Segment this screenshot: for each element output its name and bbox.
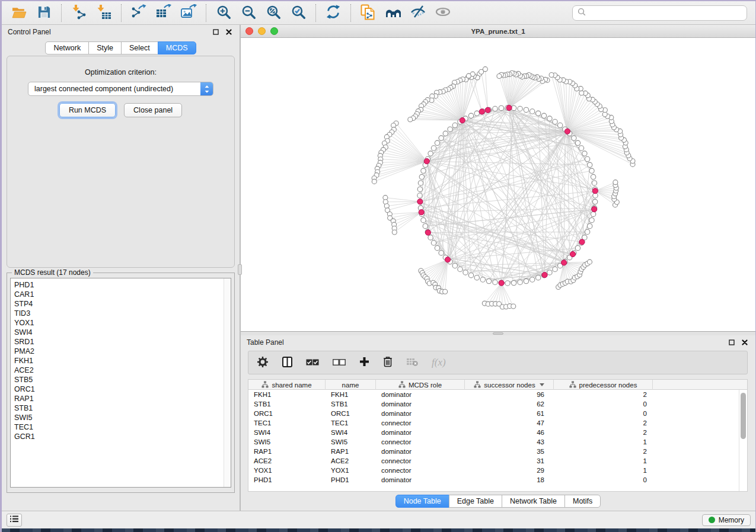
column-header[interactable]: predecessor nodes: [554, 380, 653, 390]
mcds-hub-node[interactable]: [592, 207, 597, 212]
tab-style[interactable]: Style: [88, 41, 122, 55]
function-builder-button[interactable]: f(x): [432, 355, 446, 370]
hide-selected-button[interactable]: [406, 3, 430, 23]
zoom-fit-button[interactable]: [261, 3, 286, 23]
tab-network[interactable]: Network: [45, 41, 89, 55]
tab-edge-table[interactable]: Edge Table: [449, 495, 502, 508]
table-row[interactable]: SWI4SWI4dominator462: [248, 428, 747, 437]
mcds-hub-node[interactable]: [499, 280, 504, 286]
mcds-result-item[interactable]: SWI4: [14, 328, 224, 337]
mcds-hub-node[interactable]: [460, 118, 465, 123]
tab-mcds[interactable]: MCDS: [158, 41, 196, 55]
select-all-button[interactable]: [306, 355, 319, 370]
mcds-hub-node[interactable]: [445, 257, 450, 262]
network-canvas[interactable]: [241, 38, 755, 331]
mcds-hub-node[interactable]: [570, 251, 575, 257]
criterion-select[interactable]: largest connected component (undirected): [28, 82, 213, 96]
mcds-list-scrollbar[interactable]: [224, 278, 231, 487]
mcds-result-item[interactable]: SRD1: [14, 337, 224, 347]
tab-select[interactable]: Select: [121, 41, 158, 55]
table-row[interactable]: ACE2ACE2connector311: [248, 456, 747, 466]
mcds-hub-node[interactable]: [479, 109, 484, 114]
mcds-hub-node[interactable]: [542, 273, 547, 278]
float-panel-icon[interactable]: [211, 27, 221, 37]
table-row[interactable]: SWI5SWI5connector431: [248, 437, 747, 447]
column-header[interactable]: MCDS role: [376, 380, 465, 390]
table-row[interactable]: RAP1RAP1dominator352: [248, 447, 747, 456]
table-row[interactable]: STB1STB1dominator620: [248, 399, 747, 409]
mcds-result-item[interactable]: YOX1: [14, 318, 224, 328]
delete-row-button[interactable]: [383, 355, 393, 370]
close-panel-icon[interactable]: [224, 27, 234, 37]
mcds-hub-node[interactable]: [579, 239, 585, 245]
mcds-result-item[interactable]: FKH1: [14, 356, 224, 366]
mcds-hub-node[interactable]: [419, 210, 424, 215]
close-panel-button[interactable]: Close panel: [124, 103, 182, 117]
mcds-hub-node[interactable]: [424, 159, 429, 164]
tab-node-table[interactable]: Node Table: [395, 495, 449, 508]
mcds-result-item[interactable]: SWI5: [14, 413, 224, 422]
table-row[interactable]: PHD1PHD1dominator180: [248, 475, 747, 485]
clear-table-button[interactable]: [406, 355, 418, 370]
mcds-result-item[interactable]: ORC1: [14, 384, 224, 394]
close-table-panel-icon[interactable]: [740, 338, 749, 347]
mcds-result-item[interactable]: STP4: [14, 299, 224, 309]
deselect-all-button[interactable]: [333, 355, 346, 370]
refresh-layout-button[interactable]: [321, 3, 346, 23]
table-row[interactable]: YOX1YOX1connector291: [248, 466, 747, 475]
mcds-hub-node[interactable]: [564, 129, 570, 134]
search-input[interactable]: [589, 8, 742, 18]
mcds-result-item[interactable]: ACE2: [14, 366, 224, 375]
first-neighbors-button[interactable]: [381, 3, 406, 23]
column-header[interactable]: name: [326, 380, 376, 390]
mcds-hub-node[interactable]: [485, 107, 490, 113]
network-graph[interactable]: [241, 38, 756, 331]
mcds-hub-node[interactable]: [506, 105, 512, 110]
show-columns-button[interactable]: [282, 355, 292, 370]
minimize-window-button[interactable]: [258, 27, 266, 35]
mcds-result-item[interactable]: GCR1: [14, 432, 224, 441]
table-row[interactable]: ORC1ORC1dominator610: [248, 409, 747, 418]
column-header[interactable]: successor nodes: [465, 380, 554, 390]
zoom-selected-button[interactable]: [286, 3, 311, 23]
mcds-hub-node[interactable]: [562, 260, 567, 265]
table-settings-button[interactable]: [257, 355, 269, 370]
zoom-out-button[interactable]: [236, 3, 261, 23]
table-scrollbar-thumb[interactable]: [741, 393, 746, 439]
new-network-from-selection-button[interactable]: [356, 3, 381, 23]
export-network-button[interactable]: [126, 3, 151, 23]
mcds-result-item[interactable]: TEC1: [14, 422, 224, 432]
column-header[interactable]: shared name: [248, 380, 326, 390]
mcds-result-item[interactable]: RAP1: [14, 394, 224, 403]
open-file-button[interactable]: [7, 3, 31, 23]
mcds-result-item[interactable]: STB5: [14, 375, 224, 384]
maximize-window-button[interactable]: [270, 27, 278, 35]
horizontal-splitter[interactable]: [241, 332, 755, 335]
mcds-result-item[interactable]: CAR1: [14, 290, 224, 299]
show-all-button[interactable]: [430, 3, 455, 23]
mcds-result-item[interactable]: STB1: [14, 403, 224, 413]
close-window-button[interactable]: [245, 27, 253, 35]
table-row[interactable]: FKH1FKH1dominator962: [248, 390, 747, 399]
export-image-button[interactable]: [176, 3, 201, 23]
task-history-button[interactable]: [7, 514, 22, 527]
memory-button[interactable]: Memory: [702, 514, 751, 526]
float-table-panel-icon[interactable]: [727, 338, 736, 347]
export-table-button[interactable]: [151, 3, 176, 23]
splitter-grip[interactable]: [493, 332, 503, 335]
vertical-splitter-handle[interactable]: [238, 264, 242, 275]
import-network-button[interactable]: [66, 3, 91, 23]
import-table-button[interactable]: [91, 3, 116, 23]
run-mcds-button[interactable]: Run MCDS: [59, 103, 116, 117]
mcds-hub-node[interactable]: [592, 188, 598, 194]
table-row[interactable]: TEC1TEC1connector472: [248, 418, 747, 428]
mcds-result-item[interactable]: TID3: [14, 309, 224, 318]
mcds-result-item[interactable]: PMA2: [14, 347, 224, 356]
table-scrollbar[interactable]: [739, 390, 747, 491]
mcds-result-item[interactable]: PHD1: [14, 280, 224, 290]
mcds-hub-node[interactable]: [417, 199, 423, 204]
tab-network-table[interactable]: Network Table: [502, 495, 565, 508]
save-session-button[interactable]: [31, 3, 56, 23]
mcds-hub-node[interactable]: [425, 230, 430, 235]
tab-motifs[interactable]: Motifs: [564, 495, 601, 508]
